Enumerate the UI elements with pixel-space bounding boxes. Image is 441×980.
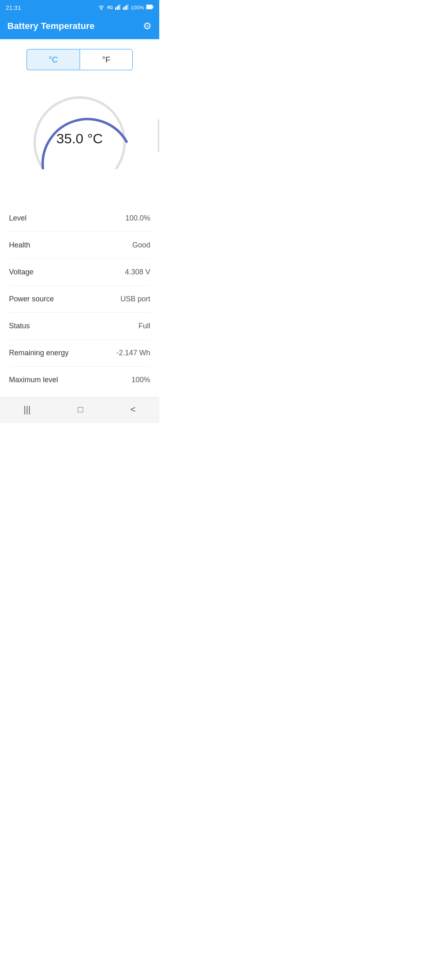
nav-menu-button[interactable]: |||	[16, 403, 38, 416]
svg-rect-3	[118, 5, 120, 10]
label-level: Level	[9, 214, 27, 223]
status-icons: 4G 100%	[98, 4, 154, 11]
info-row-status: Status Full	[9, 313, 150, 340]
temperature-display: 35.0 °C	[56, 131, 103, 147]
info-row-remaining-energy: Remaining energy -2.147 Wh	[9, 340, 150, 367]
value-maximum-level: 100%	[131, 376, 150, 384]
label-voltage: Voltage	[9, 268, 33, 276]
value-remaining-energy: -2.147 Wh	[116, 349, 150, 357]
wifi-icon	[98, 4, 105, 11]
info-list: Level 100.0% Health Good Voltage 4.308 V…	[0, 201, 159, 397]
svg-rect-5	[123, 7, 124, 10]
value-health: Good	[132, 241, 150, 249]
svg-rect-11	[153, 6, 154, 8]
info-row-maximum-level: Maximum level 100%	[9, 367, 150, 393]
info-row-health: Health Good	[9, 232, 150, 259]
svg-rect-4	[120, 4, 121, 10]
svg-rect-2	[117, 6, 118, 10]
unit-toggle: °C °F	[0, 49, 159, 70]
label-status: Status	[9, 322, 30, 330]
label-maximum-level: Maximum level	[9, 376, 58, 384]
info-row-power-source: Power source USB port	[9, 286, 150, 313]
settings-icon[interactable]: ⚙	[143, 20, 152, 32]
celsius-button[interactable]: °C	[27, 49, 80, 70]
gauge-container: 35.0 °C	[22, 78, 137, 193]
nav-bar: ||| □ <	[0, 397, 159, 423]
svg-rect-10	[147, 5, 152, 9]
gauge-section: 35.0 °C	[0, 74, 159, 197]
value-level: 100.0%	[125, 214, 150, 223]
svg-rect-7	[126, 5, 127, 10]
value-voltage: 4.308 V	[125, 268, 150, 276]
scroll-hint	[158, 119, 159, 152]
fahrenheit-button[interactable]: °F	[80, 49, 133, 70]
label-power-source: Power source	[9, 295, 54, 303]
status-bar: 21:31 4G 100%	[0, 0, 159, 15]
page-title: Battery Temperature	[7, 21, 95, 31]
battery-percent: 100%	[131, 4, 144, 11]
value-power-source: USB port	[120, 295, 150, 303]
battery-icon	[146, 4, 154, 11]
data-icon: 4G	[107, 5, 113, 10]
svg-rect-8	[128, 4, 129, 10]
info-row-level: Level 100.0%	[9, 205, 150, 232]
label-remaining-energy: Remaining energy	[9, 349, 69, 357]
info-row-voltage: Voltage 4.308 V	[9, 259, 150, 286]
signal-icon2	[123, 4, 129, 11]
nav-back-button[interactable]: <	[123, 403, 143, 416]
svg-rect-6	[125, 6, 126, 10]
value-status: Full	[138, 322, 150, 330]
signal-icon1	[115, 4, 121, 11]
svg-rect-1	[115, 7, 116, 10]
status-time: 21:31	[6, 4, 21, 11]
header: Battery Temperature ⚙	[0, 15, 159, 39]
svg-point-0	[100, 8, 102, 10]
label-health: Health	[9, 241, 30, 249]
nav-home-button[interactable]: □	[71, 403, 91, 416]
